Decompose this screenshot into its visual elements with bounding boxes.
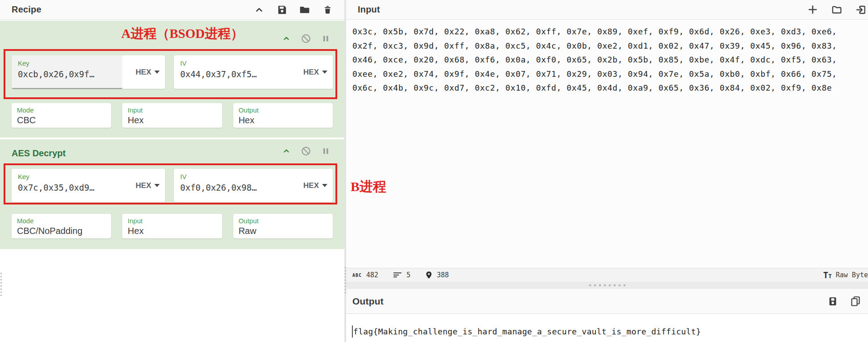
- io-pane: Input 0x3c, 0x5b, 0x7d, 0x22, 0xa8, 0x62…: [346, 0, 868, 342]
- encrypt-iv-field[interactable]: IV 0x44,0x37,0xf5… HEX: [174, 55, 333, 89]
- char-count: ABC 482: [352, 271, 378, 279]
- open-file-folder-icon[interactable]: [831, 4, 842, 15]
- key-label: Key: [18, 173, 159, 180]
- input-line: 0x46, 0xce, 0x20, 0x68, 0xf6, 0x0a, 0xf0…: [352, 53, 868, 67]
- operation-title: AES Decrypt: [12, 148, 66, 158]
- splitter-drag-handle[interactable]: [589, 284, 625, 286]
- input-title: Input: [358, 4, 380, 15]
- encrypt-options-row: Mode CBC Input Hex Output Hex: [12, 103, 333, 128]
- output-title: Output: [352, 296, 384, 307]
- cursor-position: 388: [426, 271, 449, 279]
- chevron-down-icon: [322, 71, 327, 74]
- key-format-dropdown[interactable]: HEX: [136, 181, 160, 190]
- output-header: Output: [346, 289, 868, 314]
- input-line: 0x3c, 0x5b, 0x7d, 0x22, 0xa8, 0x62, 0xff…: [352, 25, 868, 39]
- iv-format-dropdown[interactable]: HEX: [303, 68, 327, 77]
- save-output-icon[interactable]: [828, 296, 839, 307]
- input-status-bar: ABC 482 5 388 TT Raw Byte: [346, 268, 868, 282]
- input-line: 0x2f, 0xc3, 0x9d, 0xff, 0x8a, 0xc5, 0x4c…: [352, 39, 868, 53]
- decrypt-output-select[interactable]: Output Raw: [233, 214, 333, 238]
- encrypt-key-field[interactable]: Key 0xcb,0x26,0x9f… HEX: [12, 55, 165, 89]
- key-format-dropdown[interactable]: HEX: [136, 68, 160, 77]
- output-textarea[interactable]: flag{Making_challenge_is_hard_manage_a_s…: [346, 314, 868, 342]
- operations-splitter-handle[interactable]: [0, 273, 2, 296]
- recipe-title: Recipe: [12, 4, 41, 15]
- input-header: Input: [346, 0, 868, 20]
- input-line: 0xee, 0xe2, 0x74, 0x9f, 0x4e, 0x07, 0x71…: [352, 67, 868, 81]
- chevron-down-icon: [154, 71, 160, 74]
- line-count: 5: [393, 271, 410, 279]
- decrypt-key-field[interactable]: Key 0x7c,0x35,0xd9… HEX: [12, 169, 165, 202]
- iv-label: IV: [180, 173, 327, 180]
- encrypt-input-select[interactable]: Input Hex: [122, 103, 222, 128]
- decrypt-mode-select[interactable]: Mode CBC/NoPadding: [12, 214, 111, 238]
- decrypt-key-iv-row: Key 0x7c,0x35,0xd9… HEX IV 0xf0,0x26,0x9…: [12, 169, 333, 202]
- key-label: Key: [18, 59, 159, 67]
- encrypt-key-iv-row: Key 0xcb,0x26,0x9f… HEX IV 0x44,0x37,0xf…: [12, 55, 333, 89]
- recipe-operation-aes-encrypt[interactable]: AES Encrypt Key 0xcb,0x26,0x9f… HEX: [0, 21, 344, 138]
- copy-output-icon[interactable]: [850, 296, 861, 307]
- output-value: flag{Making_challenge_is_hard_manage_a_s…: [353, 327, 701, 336]
- chevron-down-icon: [322, 184, 327, 187]
- clear-recipe-trash-icon[interactable]: [322, 4, 333, 15]
- text-encoding-icon: TT: [823, 271, 831, 279]
- input-encoding[interactable]: TT Raw Byte: [823, 271, 868, 279]
- encrypt-mode-select[interactable]: Mode CBC: [12, 103, 111, 128]
- operation-controls: [272, 146, 331, 156]
- location-pin-icon: [426, 271, 432, 279]
- decrypt-input-select[interactable]: Input Hex: [122, 214, 222, 238]
- recipe-operation-aes-decrypt[interactable]: AES Decrypt Key 0x7c,0x35,0xd9… HEX: [0, 139, 344, 249]
- open-input-arrow-icon[interactable]: [856, 4, 866, 15]
- decrypt-iv-field[interactable]: IV 0xf0,0x26,0x98… HEX: [174, 169, 333, 202]
- operation-controls: [272, 33, 331, 44]
- text-cursor: [352, 325, 353, 338]
- character-count-icon: ABC: [352, 273, 362, 278]
- recipe-header: Recipe: [0, 0, 344, 20]
- load-recipe-folder-icon[interactable]: [299, 4, 310, 15]
- collapse-operation-icon[interactable]: [281, 146, 292, 156]
- collapse-recipe-icon[interactable]: [254, 4, 265, 15]
- output-header-icons: [816, 296, 861, 307]
- line-count-icon: [393, 271, 402, 279]
- input-output-splitter[interactable]: [346, 282, 868, 289]
- save-recipe-icon[interactable]: [277, 4, 287, 15]
- add-input-tab-icon[interactable]: [807, 4, 818, 15]
- iv-format-dropdown[interactable]: HEX: [303, 181, 327, 190]
- breakpoint-pause-icon[interactable]: [320, 146, 331, 156]
- disable-operation-icon[interactable]: [301, 146, 311, 156]
- decrypt-options-row: Mode CBC/NoPadding Input Hex Output Raw: [12, 214, 333, 238]
- breakpoint-pause-icon[interactable]: [320, 33, 331, 44]
- input-textarea[interactable]: 0x3c, 0x5b, 0x7d, 0x22, 0xa8, 0x62, 0xff…: [346, 20, 868, 268]
- collapse-operation-icon[interactable]: [281, 33, 292, 44]
- iv-label: IV: [180, 59, 327, 67]
- recipe-header-icons: [242, 4, 333, 15]
- cyberchef-app: Recipe AES Encrypt: [0, 0, 868, 342]
- recipe-pane: Recipe AES Encrypt: [0, 0, 344, 342]
- input-line: 0x6c, 0x4b, 0x9c, 0xd7, 0xc2, 0x10, 0xfd…: [352, 81, 868, 95]
- chevron-down-icon: [154, 184, 160, 187]
- disable-operation-icon[interactable]: [301, 33, 311, 44]
- input-header-icons: [794, 4, 866, 15]
- encrypt-output-select[interactable]: Output Hex: [233, 103, 333, 128]
